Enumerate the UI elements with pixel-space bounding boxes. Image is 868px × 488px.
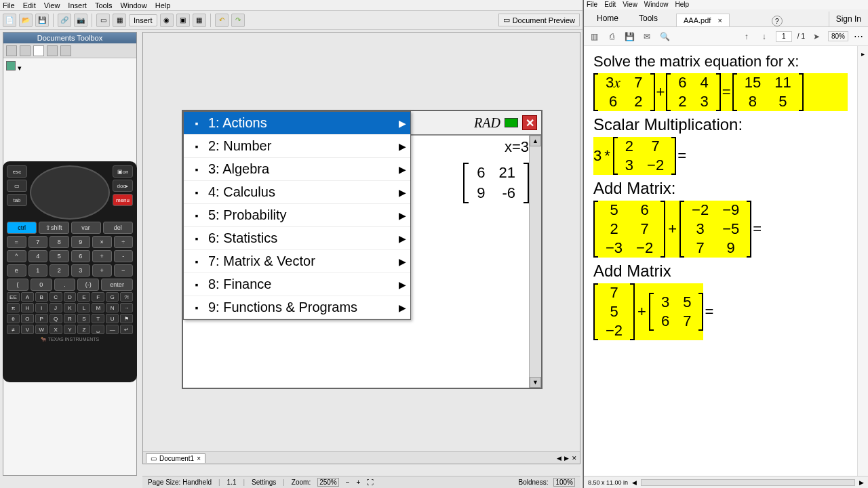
menu-help[interactable]: Help [155,1,171,9]
key-div[interactable]: ÷ [114,236,134,248]
key-minus[interactable]: - [114,250,134,262]
key-1[interactable]: 1 [28,264,48,277]
key-2[interactable]: 2 [50,264,69,277]
menu-view[interactable]: View [44,1,60,9]
alpha-key[interactable]: M [92,303,104,312]
key-plus2[interactable]: + [92,264,112,277]
shift-key[interactable]: ⇧shift [39,222,68,234]
alpha-key[interactable]: ?! [120,292,133,302]
h-scrollbar[interactable] [641,479,855,486]
close-icon[interactable]: × [197,455,201,462]
menu-item-functions-programs[interactable]: ▪9: Functions & Programs▶ [184,296,410,319]
menu-item-calculus[interactable]: ▪4: Calculus▶ [184,181,410,204]
menu-file[interactable]: File [587,1,597,9]
key-9[interactable]: 9 [71,236,91,248]
alpha-key[interactable]: EE [7,292,20,302]
alpha-key[interactable]: V [21,325,34,334]
undo-icon[interactable]: ↶ [215,14,229,27]
key-5[interactable]: 5 [50,250,69,262]
on-key[interactable]: ▣on [113,165,133,178]
alpha-key[interactable]: F [92,292,104,302]
page-up-icon[interactable]: ↑ [741,30,753,43]
page-input[interactable] [776,31,792,42]
key-neg[interactable]: (-) [77,279,99,291]
alpha-key[interactable]: D [64,292,77,302]
alpha-key[interactable]: I [35,303,48,312]
library-icon[interactable] [47,45,58,56]
menu-item-actions[interactable]: ▪1: Actions▶ [184,112,410,135]
menu-insert[interactable]: Insert [68,1,87,9]
mail-icon[interactable]: ✉ [641,30,653,43]
page-down-icon[interactable]: ↓ [758,30,770,43]
alpha-key[interactable]: S [77,314,90,323]
utilities-icon[interactable] [33,45,44,56]
tab-home[interactable]: Home [587,10,629,26]
scroll-left-icon[interactable]: ◀ [632,479,637,486]
link-icon[interactable]: 🔗 [58,14,71,27]
menu-item-probability[interactable]: ▪5: Probability▶ [184,204,410,227]
sidebar-icon[interactable]: ▥ [588,30,600,43]
key-minus2[interactable]: − [114,264,134,277]
alpha-key[interactable]: T [92,314,104,323]
document-preview-button[interactable]: ▭ Document Preview [498,14,580,26]
save-icon[interactable]: 💾 [35,14,49,27]
alpha-key[interactable]: Z [77,325,90,334]
alpha-key[interactable]: ⚑ [120,314,133,323]
key-plus[interactable]: + [92,250,112,262]
key-mult[interactable]: × [92,236,112,248]
alpha-key[interactable]: R [64,314,77,323]
key-dot[interactable]: . [54,279,76,291]
document-tab[interactable]: ▭ Document1 × [146,453,205,463]
menu-help[interactable]: Help [675,1,689,9]
alpha-key[interactable]: θ [7,314,20,323]
menu-tools[interactable]: Tools [95,1,113,9]
del-key[interactable]: del [103,222,133,234]
alpha-key[interactable]: X [50,325,62,334]
camera-icon[interactable]: 📷 [74,14,87,27]
var-icon[interactable]: ◉ [160,14,174,27]
var-key[interactable]: var [71,222,101,234]
key-6[interactable]: 6 [71,250,91,262]
page-icon[interactable]: ▭ [96,14,110,27]
alpha-key[interactable]: ↵ [120,325,133,334]
table-icon[interactable]: ▦ [193,14,206,27]
alpha-key[interactable]: E [77,292,90,302]
menu-window[interactable]: Window [121,1,147,9]
menu-item-matrix-vector[interactable]: ▪7: Matrix & Vector▶ [184,250,410,273]
document-tab[interactable]: AAA.pdf × [676,14,730,26]
wrench-icon[interactable] [6,45,17,56]
alpha-key[interactable]: B [35,292,48,302]
menu-key[interactable]: menu [113,194,133,206]
alpha-key[interactable]: A [21,292,34,302]
insert-button[interactable]: Insert [129,14,157,26]
settings-link[interactable]: Settings [252,479,276,486]
fn-key[interactable]: ^ [7,250,26,262]
alpha-key[interactable]: H [21,303,34,312]
folder-icon[interactable] [60,45,71,56]
alpha-key[interactable]: G [106,292,119,302]
fn-key[interactable]: e [7,264,26,277]
open-icon[interactable]: 📂 [19,14,33,27]
ctrl-key[interactable]: ctrl [7,222,37,234]
signin-button[interactable]: Sign In [829,12,868,26]
key-0[interactable]: 0 [31,279,52,291]
scroll-up-icon[interactable]: ▲ [530,136,541,146]
scroll-down-icon[interactable]: ▼ [530,377,541,388]
esc-key[interactable]: esc [7,165,27,178]
alpha-key[interactable]: π [7,303,20,312]
menu-item-statistics[interactable]: ▪6: Statistics▶ [184,227,410,250]
collapse-handle[interactable]: ▸ [857,46,868,476]
menu-edit[interactable]: Edit [23,1,36,9]
key-7[interactable]: 7 [28,236,48,248]
key-3[interactable]: 3 [71,264,91,277]
alpha-key[interactable]: → [120,303,133,312]
tab-tools[interactable]: Tools [629,10,668,26]
alpha-key[interactable]: Q [50,314,62,323]
menu-edit[interactable]: Edit [604,1,616,9]
alpha-key[interactable]: U [106,314,119,323]
book-icon[interactable] [20,45,31,56]
alpha-key[interactable]: L [77,303,90,312]
key-4[interactable]: 4 [28,250,48,262]
pointer-icon[interactable]: ➤ [810,30,823,43]
zoom-out-icon[interactable]: − [346,479,350,486]
